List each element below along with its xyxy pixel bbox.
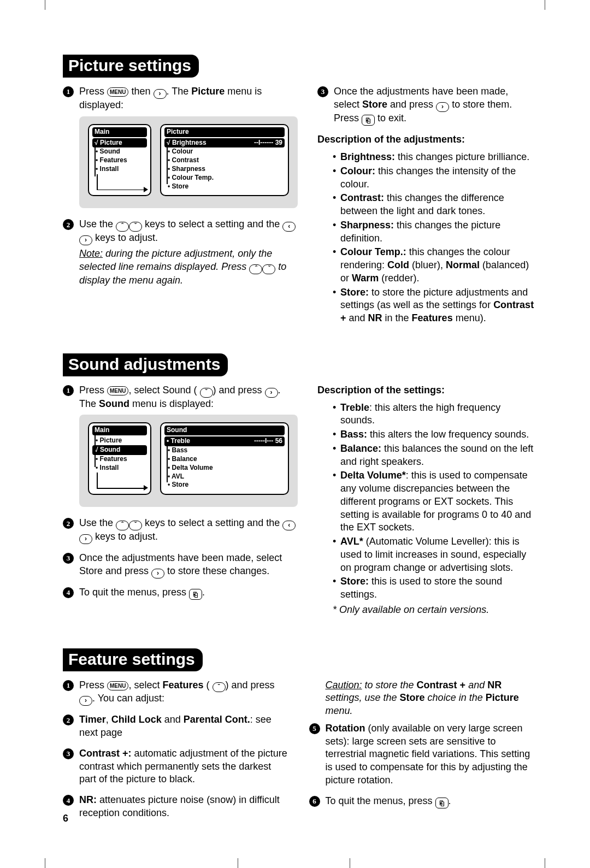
crop-mark	[238, 858, 238, 868]
features-step-1: 1 Press MENU, select Features ( ˇ) and p…	[63, 679, 290, 706]
sound-col-left: 1 Press MENU, select Sound ( ˇ) and pres…	[63, 382, 298, 621]
sound-footnote: * Only available on certain versions.	[317, 604, 535, 617]
left-key-icon: ‹	[282, 222, 296, 232]
up-key-icon: ˆ	[116, 222, 129, 232]
down-key-icon: ˇ	[129, 222, 142, 232]
heading-feature-settings: Feature settings	[63, 648, 203, 671]
menu-key-icon: MENU	[107, 87, 128, 97]
right-key-icon: ›	[436, 102, 449, 112]
sound-step-3: 3 Once the adjustments have been made, s…	[63, 552, 298, 578]
exit-key-icon: ⎗	[435, 798, 449, 808]
right-key-icon: ›	[265, 388, 278, 398]
crop-mark	[545, 0, 545, 10]
page-number: 6	[63, 813, 68, 824]
heading-sound-adjustments: Sound adjustments	[63, 353, 228, 376]
picture-col-left: 1 Press MENU then ›. The Picture menu is…	[63, 83, 298, 326]
sound-step-2: 2 Use the ˆˇ keys to select a setting an…	[63, 517, 298, 544]
heading-picture-settings: Picture settings	[63, 55, 199, 78]
up-key-icon: ˆ	[249, 264, 262, 274]
down-key-icon: ˇ	[213, 682, 226, 692]
crop-mark	[45, 0, 45, 10]
crop-mark	[45, 858, 45, 868]
crop-mark	[545, 858, 545, 868]
menu-key-icon: MENU	[107, 386, 128, 395]
picture-desc-heading: Description of the adjustments:	[317, 134, 465, 145]
sound-col-right: Description of the settings: Treble: thi…	[317, 382, 535, 621]
features-col-right: Caution: to store the Contrast + and NR …	[309, 677, 536, 828]
exit-key-icon: ⎗	[362, 115, 375, 126]
features-caution: Caution: to store the Contrast + and NR …	[309, 679, 536, 718]
right-key-icon: ›	[154, 89, 167, 99]
down-key-icon: ˇ	[129, 521, 142, 530]
picture-step-1: 1 Press MENU then ›. The Picture menu is…	[63, 85, 298, 208]
osd-main-panel: Main √ Picture • Sound • Features • Inst…	[88, 124, 151, 197]
section-feature-settings: Feature settings 1 Press MENU, select Fe…	[63, 648, 535, 828]
picture-osd: Main √ Picture • Sound • Features • Inst…	[79, 116, 298, 209]
osd-sub-panel: Picture √ Brightness --I------ 39 • Colo…	[160, 124, 289, 197]
down-key-icon: ˇ	[262, 264, 275, 274]
up-key-icon: ˆ	[116, 521, 129, 530]
sound-step-4: 4 To quit the menus, press ⎗.	[63, 586, 298, 600]
picture-step-2: 2 Use the ˆˇ keys to select a setting an…	[63, 218, 298, 287]
picture-desc-list: Brightness: this changes picture brillia…	[317, 151, 535, 325]
sound-step-1: 1 Press MENU, select Sound ( ˇ) and pres…	[63, 384, 298, 507]
features-step-4: 4 NR: attenuates picture noise (snow) in…	[63, 794, 290, 820]
picture-col-right: 3 Once the adjustments have been made, s…	[317, 83, 535, 326]
osd-main-panel: Main • Picture √ Sound • Features • Inst…	[88, 422, 151, 495]
right-key-icon: ›	[79, 235, 92, 245]
section-sound-adjustments: Sound adjustments 1 Press MENU, select S…	[63, 353, 535, 621]
features-col-left: 1 Press MENU, select Features ( ˇ) and p…	[63, 677, 290, 828]
sound-osd: Main • Picture √ Sound • Features • Inst…	[79, 415, 298, 507]
right-key-icon: ›	[79, 534, 92, 544]
down-key-icon: ˇ	[200, 388, 213, 398]
crop-mark	[350, 858, 350, 868]
section-picture-settings: Picture settings 1 Press MENU then ›. Th…	[63, 55, 535, 326]
sound-desc-list: Treble: this alters the high frequency s…	[317, 401, 535, 601]
osd-sub-panel: Sound • Treble -----I--- 56 • Bass • Bal…	[160, 422, 289, 495]
right-key-icon: ›	[151, 569, 164, 578]
features-step-6: 6 To quit the menus, press ⎗.	[309, 795, 536, 809]
picture-note: Note: during the picture adjustment, onl…	[79, 247, 298, 287]
picture-step-3: 3 Once the adjustments have been made, s…	[317, 85, 535, 126]
left-key-icon: ‹	[282, 521, 296, 530]
exit-key-icon: ⎗	[189, 589, 202, 600]
features-step-5: 5 Rotation (only available on very large…	[309, 722, 536, 787]
features-step-3: 3 Contrast +: automatic adjustment of th…	[63, 747, 290, 786]
menu-key-icon: MENU	[107, 681, 128, 690]
sound-desc-heading: Description of the settings:	[317, 385, 445, 395]
features-step-2: 2 Timer, Child Lock and Parental Cont.: …	[63, 713, 290, 740]
right-key-icon: ›	[79, 696, 92, 706]
